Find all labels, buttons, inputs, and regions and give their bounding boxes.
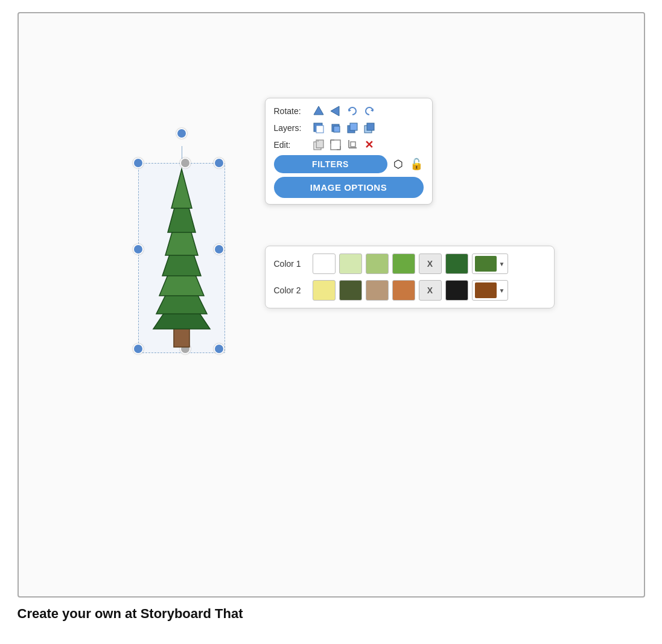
color2-swatch-yellow[interactable] (313, 280, 336, 301)
image-options-button[interactable]: IMAGE OPTIONS (274, 177, 424, 198)
layer-front-icon[interactable] (311, 121, 326, 135)
svg-rect-21 (316, 140, 323, 148)
color-panel: Color 1 X ▼ Color 2 X (265, 246, 555, 308)
color1-swatch-none[interactable]: X (419, 253, 442, 274)
svg-rect-15 (334, 126, 340, 132)
svg-marker-7 (171, 169, 192, 208)
svg-rect-19 (367, 123, 374, 130)
crop-icon[interactable] (345, 138, 360, 151)
rotate-row: Rotate: (274, 104, 424, 118)
svg-rect-13 (316, 126, 323, 133)
svg-rect-30 (351, 142, 355, 147)
color2-swatch-tan[interactable] (366, 280, 389, 301)
color2-dropdown[interactable]: ▼ (472, 280, 508, 301)
color1-label: Color 1 (274, 259, 309, 269)
color2-swatch-black[interactable] (445, 280, 468, 301)
layer-back-icon[interactable] (362, 121, 377, 135)
layer-backward-icon[interactable] (345, 121, 360, 135)
color1-swatch-lightgreen[interactable] (339, 253, 362, 274)
outer-wrapper: Rotate: (0, 0, 662, 644)
color2-swatch-brown[interactable] (392, 280, 415, 301)
eraser-icon[interactable]: ⬡ (391, 158, 406, 171)
delete-x: ✕ (364, 138, 374, 151)
color1-dropdown[interactable]: ▼ (472, 253, 508, 274)
rotation-handle[interactable] (176, 128, 187, 139)
layers-label: Layers: (274, 123, 309, 133)
color1-swatch-darkgreen[interactable] (445, 253, 468, 274)
color2-swatch-none[interactable]: X (419, 280, 442, 301)
canvas-area: Rotate: (18, 12, 645, 598)
tree-svg (141, 166, 222, 350)
svg-marker-8 (314, 106, 323, 115)
bottom-text: Create your own at Storyboard That (18, 606, 645, 622)
rotate-flip-vertical-icon[interactable] (311, 104, 326, 118)
layers-row: Layers: (274, 121, 424, 135)
lock-icon[interactable]: 🔓 (409, 158, 424, 171)
selected-image-container[interactable] (121, 146, 242, 369)
color1-swatch-white[interactable] (313, 253, 336, 274)
layer-forward-icon[interactable] (328, 121, 343, 135)
filters-row: FILTERS ⬡ 🔓 (274, 155, 424, 173)
rotate-ccw-icon[interactable] (345, 104, 360, 118)
color1-swatch-green[interactable] (392, 253, 415, 274)
color1-row: Color 1 X ▼ (274, 253, 546, 274)
tree-image[interactable] (141, 166, 222, 350)
filters-button[interactable]: FILTERS (274, 155, 387, 173)
toolbar-popup: Rotate: (265, 98, 433, 205)
color2-swatch-darkolive[interactable] (339, 280, 362, 301)
svg-rect-17 (350, 123, 357, 130)
color2-row: Color 2 X ▼ (274, 280, 546, 301)
resize-icon[interactable] (328, 138, 343, 151)
svg-rect-23 (331, 140, 340, 150)
edit-label: Edit: (274, 140, 309, 150)
color2-label: Color 2 (274, 285, 309, 295)
color1-swatch-medgreen[interactable] (366, 253, 389, 274)
rotate-label: Rotate: (274, 106, 309, 116)
delete-icon[interactable]: ✕ (362, 138, 377, 151)
svg-marker-9 (331, 106, 339, 116)
rotate-cw-icon[interactable] (362, 104, 377, 118)
copy-icon[interactable] (311, 138, 326, 151)
edit-row: Edit: (274, 138, 424, 151)
rotate-flip-horizontal-icon[interactable] (328, 104, 343, 118)
